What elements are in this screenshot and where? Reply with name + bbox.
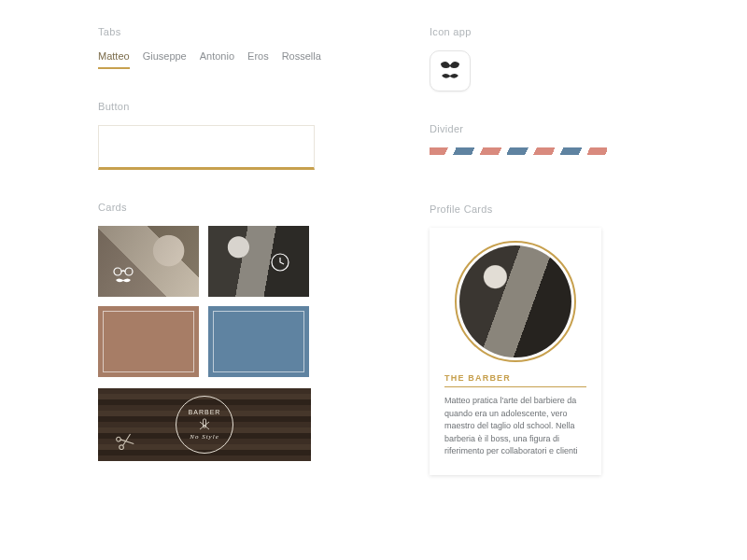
card-border bbox=[213, 311, 304, 372]
cards-grid: BARBER No Style bbox=[98, 226, 315, 461]
profile-title: THE BARBER bbox=[444, 373, 586, 387]
section-label-divider: Divider bbox=[430, 123, 626, 134]
tab-giuseppe[interactable]: Giuseppe bbox=[143, 50, 187, 69]
tab-matteo[interactable]: Matteo bbox=[98, 50, 130, 69]
app-icon[interactable] bbox=[430, 50, 471, 91]
app-mustache-icon bbox=[437, 60, 463, 82]
barber-badge: BARBER No Style bbox=[176, 396, 233, 454]
tabs-row: Matteo Giuseppe Antonio Eros Rossella bbox=[98, 50, 315, 69]
airmail-divider bbox=[430, 147, 607, 155]
avatar-image bbox=[459, 245, 571, 357]
card-image-clock[interactable] bbox=[208, 226, 309, 297]
glasses-mustache-icon bbox=[111, 267, 135, 286]
card-solid-blue[interactable] bbox=[208, 306, 309, 377]
badge-top-text: BARBER bbox=[189, 409, 221, 415]
card-wood-badge[interactable]: BARBER No Style bbox=[98, 388, 311, 461]
svg-point-3 bbox=[116, 437, 121, 442]
section-label-profile-cards: Profile Cards bbox=[430, 203, 626, 215]
tab-eros[interactable]: Eros bbox=[247, 50, 269, 69]
svg-point-0 bbox=[114, 268, 121, 275]
tab-antonio[interactable]: Antonio bbox=[200, 50, 234, 69]
profile-body: Matteo pratica l'arte del barbiere da qu… bbox=[444, 395, 586, 458]
primary-button[interactable] bbox=[98, 125, 315, 170]
badge-bottom-text: No Style bbox=[190, 433, 219, 441]
card-image-mustache[interactable] bbox=[98, 226, 199, 297]
svg-point-1 bbox=[125, 268, 133, 275]
tab-rossella[interactable]: Rossella bbox=[282, 50, 321, 69]
section-label-cards: Cards bbox=[98, 202, 315, 213]
scissors-icon bbox=[112, 428, 139, 456]
avatar-ring bbox=[455, 241, 576, 362]
section-label-button: Button bbox=[98, 101, 315, 112]
profile-card[interactable]: THE BARBER Matteo pratica l'arte del bar… bbox=[430, 228, 601, 475]
clock-icon bbox=[270, 252, 290, 273]
card-border bbox=[103, 311, 194, 372]
card-solid-brown[interactable] bbox=[98, 306, 199, 377]
section-label-icon-app: Icon app bbox=[430, 26, 626, 37]
section-label-tabs: Tabs bbox=[98, 26, 315, 37]
badge-center-icon bbox=[198, 418, 211, 431]
